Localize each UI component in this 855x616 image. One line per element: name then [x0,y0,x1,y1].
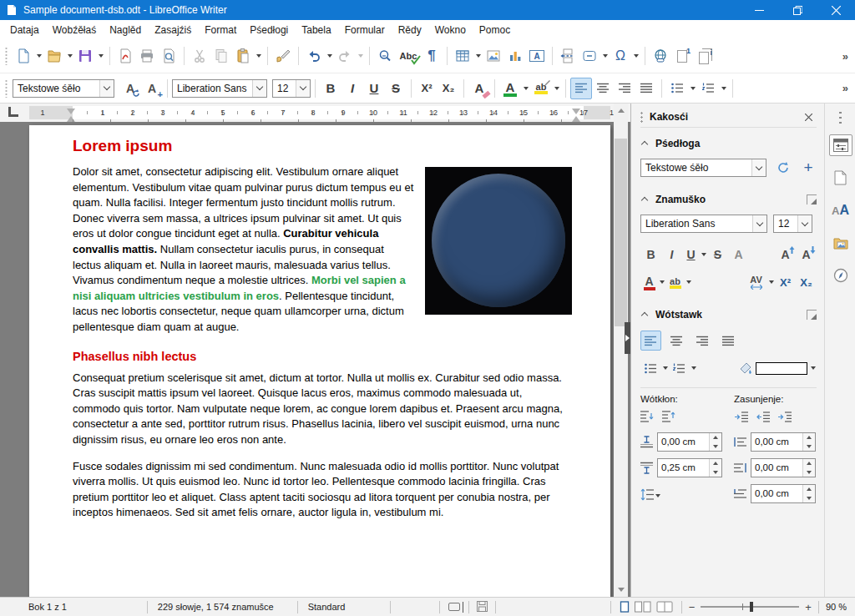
formatting-marks-button[interactable]: ¶ [421,45,443,67]
menu-item[interactable]: Zasajźiś [148,21,198,39]
character-dialog-launcher-icon[interactable] [807,194,817,204]
new-style-button[interactable]: A + [141,78,163,99]
bullet-list-button[interactable] [640,358,661,378]
open-dropdown[interactable] [65,45,74,67]
undo-button[interactable] [303,45,325,67]
minimize-button[interactable] [740,0,778,20]
font-color-dropdown[interactable] [521,78,530,99]
single-page-view-icon[interactable] [620,601,630,613]
decrease-indent-button[interactable] [756,411,770,426]
sidebar-close-button[interactable] [800,109,817,125]
paragraph-dialog-launcher-icon[interactable] [807,310,817,320]
subscript-button[interactable]: X₂ [796,272,817,292]
character-spacing-dropdown[interactable] [767,272,775,292]
insert-textbox-button[interactable]: A [526,45,548,67]
font-color-button[interactable]: A [499,78,521,99]
status-save-state[interactable] [477,601,488,613]
numbered-list-dropdown[interactable] [719,78,728,99]
menu-item[interactable]: Tabela [295,21,337,39]
insert-table-button[interactable] [452,45,473,67]
bold-button[interactable]: B [320,78,341,99]
numbered-list-button[interactable] [697,78,719,99]
background-fill-button[interactable] [737,358,754,378]
status-page-style[interactable]: Standard [308,602,346,612]
align-center-button[interactable] [592,78,614,99]
sidebar-font-name-combo[interactable]: Liberation Sans [640,215,767,233]
menu-item[interactable]: Wokno [428,21,473,39]
character-section-header[interactable]: Znamuško [640,191,817,208]
align-center-button[interactable] [666,331,687,351]
insert-field-dropdown[interactable] [600,45,610,67]
status-insert-mode[interactable] [448,603,460,611]
increase-indent-button[interactable] [734,411,748,426]
highlight-color-button[interactable]: ab [665,272,685,292]
combo-arrow-icon[interactable] [752,215,766,232]
subscript-button[interactable]: X₂ [438,78,459,99]
increase-font-size-button[interactable]: A [775,245,796,265]
insert-table-dropdown[interactable] [473,45,483,67]
zoom-slider[interactable] [701,606,799,608]
cut-button[interactable] [189,45,210,67]
scroll-down-button[interactable] [614,583,628,597]
save-button[interactable] [74,45,96,67]
print-preview-button[interactable] [158,45,180,67]
sidebar-hide-grip[interactable] [625,322,630,354]
indent-after-spinner[interactable]: 0,00 cm [751,458,816,477]
copy-button[interactable] [210,45,232,67]
paragraph-style-combo[interactable]: Tekstowe śěło [13,79,114,98]
underline-button[interactable]: U [363,78,385,99]
combo-arrow-icon[interactable] [751,159,766,176]
font-color-dropdown[interactable] [658,272,665,292]
new-style-button[interactable]: + [800,158,817,178]
toolbar-grip[interactable] [5,47,8,65]
align-left-button[interactable] [640,331,661,351]
fill-color-swatch[interactable] [756,362,807,375]
menu-item[interactable]: Naglěd [103,21,148,39]
redo-dropdown[interactable] [356,45,365,67]
character-spacing-button[interactable]: AV [745,272,767,292]
update-style-button[interactable]: A [119,78,141,99]
sidebar-drag-grip[interactable] [640,111,643,123]
background-fill-dropdown[interactable] [809,358,817,378]
special-character-dropdown[interactable] [631,45,640,67]
undo-dropdown[interactable] [325,45,334,67]
toolbar-overflow-button[interactable]: » [842,50,855,63]
zoom-out-button[interactable]: − [689,601,696,613]
redo-button[interactable] [334,45,356,67]
menu-item[interactable]: Dataja [3,21,46,39]
insert-hyperlink-button[interactable] [650,45,671,67]
tab-gallery[interactable] [829,232,852,254]
bullet-list-dropdown[interactable] [688,78,697,99]
open-button[interactable] [43,45,65,67]
spellcheck-button[interactable]: Abc [396,45,421,67]
print-button[interactable] [136,45,158,67]
multi-page-view-icon[interactable] [635,601,651,613]
spinner-buttons[interactable] [802,485,815,502]
scrollbar-thumb[interactable] [615,139,627,326]
combo-arrow-icon[interactable] [797,215,812,232]
insert-footnote-button[interactable]: 1 [671,45,693,67]
tab-stop-selector[interactable] [8,107,18,117]
decrease-font-size-button[interactable]: A [796,245,817,265]
bullet-list-dropdown[interactable] [661,358,669,378]
combo-arrow-icon[interactable] [99,80,114,97]
align-justify-button[interactable] [635,78,657,99]
italic-button[interactable]: I [341,78,363,99]
indent-before-spinner[interactable]: 0,00 cm [751,432,816,452]
spinner-buttons[interactable] [709,459,721,477]
document-viewport[interactable]: Lorem ipsum Dolor sit amet, consectetur … [0,122,630,597]
new-document-dropdown[interactable] [34,45,43,67]
insert-image-button[interactable] [483,45,504,67]
spinner-buttons[interactable] [802,433,815,451]
numbered-list-button[interactable] [669,358,690,378]
highlight-color-dropdown[interactable] [685,272,692,292]
sidebar-font-size-combo[interactable]: 12 [773,215,812,233]
menu-item[interactable]: Rědy [392,21,428,39]
page-break-button[interactable] [557,45,579,67]
line-spacing-dropdown[interactable] [654,486,661,506]
clear-formatting-button[interactable]: A [468,78,490,99]
decrease-spacing-button[interactable] [662,411,675,426]
menu-item[interactable]: Pomoc [473,21,517,39]
strikethrough-button[interactable]: S [707,245,728,265]
superscript-button[interactable]: X² [416,78,438,99]
